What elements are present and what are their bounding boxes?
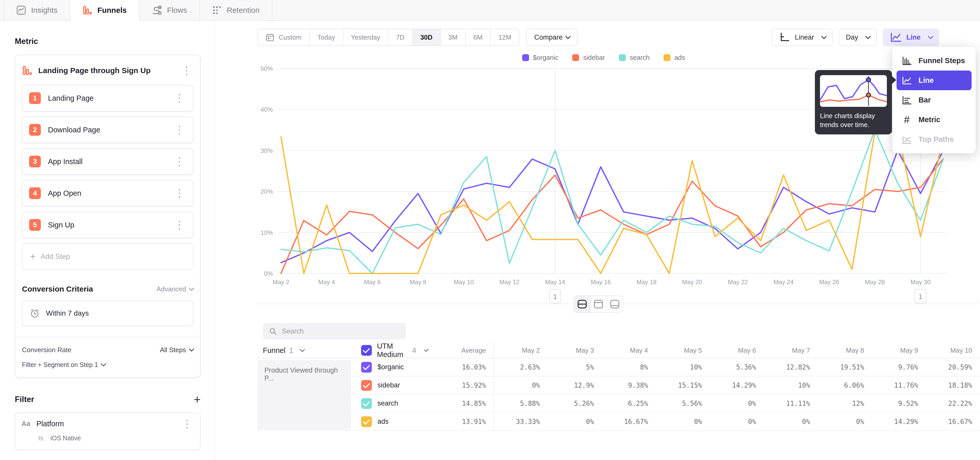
chart-type-label: Line bbox=[906, 34, 921, 42]
funnel-step-row[interactable]: 2 Download Page ⋮ bbox=[22, 117, 193, 143]
select-all-checkbox[interactable] bbox=[361, 345, 372, 356]
layout-chart-only-button[interactable] bbox=[590, 296, 607, 312]
series-checkbox[interactable] bbox=[361, 398, 372, 409]
series-ads[interactable] bbox=[281, 132, 943, 273]
date-range-custom[interactable]: Custom bbox=[258, 29, 310, 45]
day-value: 0% bbox=[764, 413, 818, 430]
annotation-badge[interactable]: 1 bbox=[915, 289, 926, 303]
series-checkbox[interactable] bbox=[361, 362, 372, 372]
svg-text:1: 1 bbox=[553, 293, 557, 300]
funnel-step-row[interactable]: 1 Landing Page ⋮ bbox=[22, 85, 193, 112]
kebab-menu-icon[interactable]: ⋮ bbox=[172, 188, 186, 198]
add-filter-button[interactable]: + bbox=[194, 394, 200, 405]
day-value: 22.22% bbox=[926, 395, 980, 412]
legend-item[interactable]: ads bbox=[663, 54, 685, 62]
filter-item-row[interactable]: Aa Platform ⋮ bbox=[21, 419, 194, 429]
kebab-menu-icon[interactable]: ⋮ bbox=[172, 220, 186, 230]
average-value: 16.03% bbox=[428, 358, 493, 376]
series-cell: $organic bbox=[351, 358, 428, 376]
day-column-header: May 7 bbox=[764, 342, 818, 359]
menu-item-line[interactable]: Line bbox=[897, 70, 972, 90]
search-input[interactable] bbox=[282, 327, 400, 335]
date-range-6m[interactable]: 6M bbox=[466, 29, 491, 45]
day-value: 8% bbox=[601, 358, 655, 376]
date-range-yesterday[interactable]: Yesterday bbox=[343, 29, 388, 45]
chevron-down-icon bbox=[928, 34, 933, 39]
tab-funnels[interactable]: Funnels bbox=[70, 0, 139, 21]
tab-flows[interactable]: Flows bbox=[139, 0, 200, 21]
date-range-today[interactable]: Today bbox=[310, 29, 343, 45]
funnel-step-row[interactable]: 3 App Install ⋮ bbox=[22, 148, 193, 175]
annotation-badge[interactable]: 1 bbox=[549, 289, 561, 303]
tab-retention[interactable]: Retention bbox=[200, 0, 272, 21]
funnel-metric-icon bbox=[22, 65, 32, 76]
table-row: search 14.85% 5.88%5.26%6.25%5.56%0%11.1… bbox=[257, 395, 980, 413]
x-axis-label: May 18 bbox=[636, 279, 657, 286]
legend-item[interactable]: sidebar bbox=[572, 54, 605, 62]
day-value: 12% bbox=[818, 395, 872, 412]
scale-dropdown[interactable]: Linear bbox=[772, 29, 832, 46]
kebab-menu-icon[interactable]: ⋮ bbox=[172, 93, 186, 103]
date-range-label: Yesterday bbox=[351, 34, 380, 42]
x-axis-label: May 4 bbox=[318, 279, 335, 286]
legend-swatch bbox=[663, 54, 670, 61]
series-$organic[interactable] bbox=[281, 150, 943, 263]
menu-item-funnel-steps[interactable]: Funnel Steps bbox=[897, 51, 972, 70]
chart-controls-row: Custom Today Yesterday 7D 30D 3M 6M 12M … bbox=[257, 29, 939, 46]
layout-table-only-button[interactable] bbox=[607, 296, 623, 312]
granularity-dropdown[interactable]: Day bbox=[838, 29, 877, 46]
menu-item-bar[interactable]: Bar bbox=[897, 90, 972, 110]
step-label: App Install bbox=[48, 157, 165, 166]
legend-item[interactable]: $organic bbox=[522, 54, 558, 62]
menu-item-metric[interactable]: # Metric bbox=[897, 110, 972, 129]
funnel-step-row[interactable]: 4 App Open ⋮ bbox=[22, 180, 193, 206]
conversion-rate-row: Conversion Rate All Steps bbox=[22, 346, 193, 354]
x-axis-label: May 8 bbox=[410, 279, 426, 286]
layout-split-button[interactable] bbox=[574, 296, 590, 312]
table-header-row: Funnel 1 UTM Medium 4 Average May 2May 3… bbox=[257, 342, 980, 358]
kebab-menu-icon[interactable]: ⋮ bbox=[172, 157, 186, 166]
conversion-criteria-header: Conversion Criteria Advanced bbox=[22, 285, 193, 293]
advanced-dropdown[interactable]: Advanced bbox=[156, 285, 193, 293]
day-value: 0% bbox=[818, 413, 872, 430]
kebab-menu-icon[interactable]: ⋮ bbox=[180, 65, 193, 75]
compare-button[interactable]: Compare bbox=[526, 29, 578, 46]
date-range-12m[interactable]: 12M bbox=[491, 29, 519, 45]
breakdown-column-header[interactable]: UTM Medium 4 bbox=[351, 342, 428, 359]
date-range-7d[interactable]: 7D bbox=[388, 29, 413, 45]
chart-type-dropdown[interactable]: Line bbox=[883, 29, 939, 46]
tab-insights[interactable]: Insights bbox=[3, 0, 70, 21]
date-range-selector: Custom Today Yesterday 7D 30D 3M 6M 12M bbox=[257, 29, 519, 46]
x-axis-label: May 26 bbox=[819, 279, 839, 286]
step-label: Download Page bbox=[48, 126, 165, 134]
conversion-rate-steps-dropdown[interactable]: All Steps bbox=[160, 346, 193, 354]
filter-segment-dropdown[interactable]: Filter + Segment on Step 1 bbox=[22, 361, 193, 369]
series-checkbox[interactable] bbox=[361, 380, 372, 391]
chart-legend: $organic sidebar search ads bbox=[251, 54, 956, 62]
table-row: $organic 16.03% 2.63%5%8%10%5.36%12.82%1… bbox=[257, 358, 980, 377]
average-value: 14.85% bbox=[428, 395, 493, 412]
breakdown-count: 4 bbox=[412, 346, 416, 355]
filter-condition-row[interactable]: Is iOS Native bbox=[38, 434, 194, 442]
tab-label: Insights bbox=[31, 6, 57, 14]
series-checkbox[interactable] bbox=[361, 416, 372, 427]
conversion-window-button[interactable]: Within 7 days bbox=[22, 300, 193, 326]
layout-bottom-icon bbox=[610, 300, 620, 309]
funnel-step-row[interactable]: 5 Sign Up ⋮ bbox=[22, 212, 193, 238]
kebab-menu-icon[interactable]: ⋮ bbox=[172, 125, 186, 135]
insights-icon bbox=[16, 5, 26, 15]
funnel-column-header[interactable]: Funnel 1 bbox=[257, 342, 351, 359]
date-range-30d[interactable]: 30D bbox=[413, 29, 441, 45]
legend-item[interactable]: search bbox=[619, 54, 650, 62]
day-value: 10% bbox=[764, 377, 818, 394]
menu-item-top-paths[interactable]: Top Paths bbox=[897, 129, 972, 149]
day-value: 0% bbox=[655, 413, 710, 430]
x-axis-label: May 24 bbox=[773, 279, 794, 286]
linear-scale-icon bbox=[779, 32, 790, 43]
y-axis-label: 50% bbox=[261, 65, 273, 72]
add-step-button[interactable]: + Add Step bbox=[22, 243, 193, 270]
metric-card-header[interactable]: Landing Page through Sign Up ⋮ bbox=[22, 61, 193, 80]
step-number-badge: 1 bbox=[29, 92, 41, 104]
kebab-menu-icon[interactable]: ⋮ bbox=[180, 419, 194, 429]
date-range-3m[interactable]: 3M bbox=[441, 29, 466, 45]
